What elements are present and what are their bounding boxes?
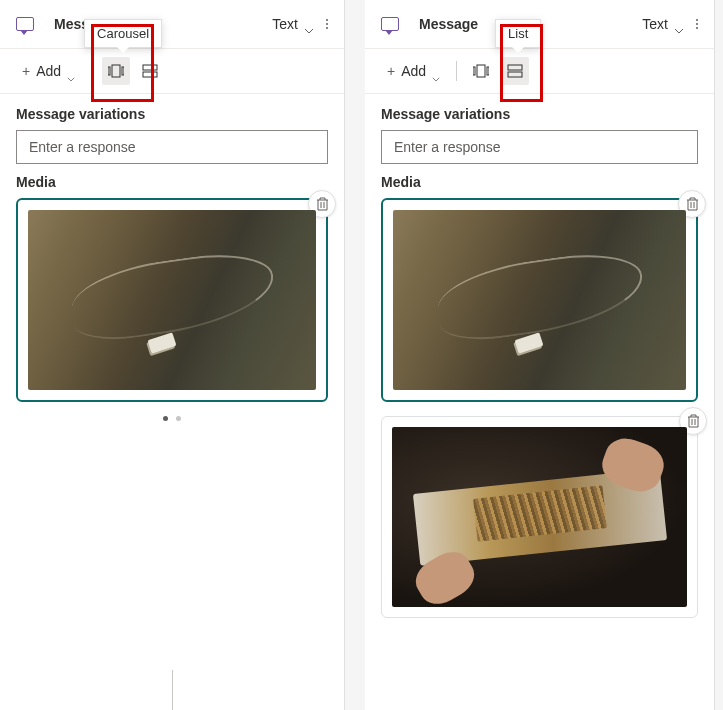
list-icon: [507, 64, 523, 78]
chevron-down-icon: [432, 69, 440, 74]
chat-icon: [381, 17, 399, 31]
svg-rect-0: [112, 65, 120, 77]
media-image: [393, 210, 686, 390]
svg-rect-8: [508, 65, 522, 70]
tooltip: List: [495, 19, 541, 48]
toolbar: + Add Carousel: [0, 48, 344, 94]
text-dropdown-label: Text: [642, 16, 668, 32]
more-menu[interactable]: [696, 19, 698, 29]
trash-icon: [316, 197, 329, 211]
svg-rect-1: [108, 67, 110, 75]
media-label: Media: [16, 174, 328, 190]
svg-rect-6: [473, 67, 475, 75]
message-panel-left: Message Text + Add Carousel: [0, 0, 345, 710]
divider: [91, 61, 92, 81]
svg-rect-4: [143, 72, 157, 77]
media-card-2[interactable]: [381, 416, 698, 618]
media-card[interactable]: [16, 198, 328, 402]
plus-icon: +: [22, 63, 30, 79]
carousel-pagination: [16, 416, 328, 421]
svg-rect-5: [477, 65, 485, 77]
toolbar: + Add List: [365, 48, 714, 94]
content-area: Message variations Media: [0, 94, 344, 670]
text-dropdown-label: Text: [272, 16, 298, 32]
trash-icon: [687, 414, 700, 428]
hand: [597, 433, 670, 499]
variations-label: Message variations: [16, 106, 328, 122]
list-layout-button[interactable]: List: [501, 57, 529, 85]
text-dropdown[interactable]: Text: [642, 16, 684, 32]
add-label: Add: [36, 63, 61, 79]
svg-rect-3: [143, 65, 157, 70]
chevron-down-icon: [304, 21, 314, 27]
carousel-icon: [473, 64, 489, 78]
content-area: Message variations Media: [365, 94, 714, 710]
list-layout-button[interactable]: [136, 57, 164, 85]
add-button[interactable]: + Add: [381, 59, 446, 83]
media-card-1[interactable]: [381, 198, 698, 402]
trash-icon: [686, 197, 699, 211]
response-input[interactable]: [381, 130, 698, 164]
more-menu[interactable]: [326, 19, 328, 29]
text-dropdown[interactable]: Text: [272, 16, 314, 32]
connector: [172, 670, 173, 710]
carousel-icon: [108, 64, 124, 78]
list-icon: [142, 64, 158, 78]
page-dot-2[interactable]: [176, 416, 181, 421]
message-panel-right: Message Text + Add: [365, 0, 715, 710]
response-input[interactable]: [16, 130, 328, 164]
svg-rect-2: [122, 67, 124, 75]
hand: [408, 544, 480, 607]
carousel-layout-button[interactable]: Carousel: [102, 57, 130, 85]
svg-rect-7: [487, 67, 489, 75]
tooltip: Carousel: [84, 19, 162, 48]
chat-icon: [16, 17, 34, 31]
media-image: [392, 427, 687, 607]
media-label: Media: [381, 174, 698, 190]
plus-icon: +: [387, 63, 395, 79]
chevron-down-icon: [674, 21, 684, 27]
variations-label: Message variations: [381, 106, 698, 122]
add-button[interactable]: + Add: [16, 59, 81, 83]
tooltip-text: List: [508, 26, 528, 41]
svg-rect-9: [508, 72, 522, 77]
page-dot-1[interactable]: [163, 416, 168, 421]
panel-header: Message Text: [0, 0, 344, 48]
tooltip-text: Carousel: [97, 26, 149, 41]
add-label: Add: [401, 63, 426, 79]
media-image: [28, 210, 316, 390]
divider: [456, 61, 457, 81]
chevron-down-icon: [67, 69, 75, 74]
carousel-layout-button[interactable]: [467, 57, 495, 85]
